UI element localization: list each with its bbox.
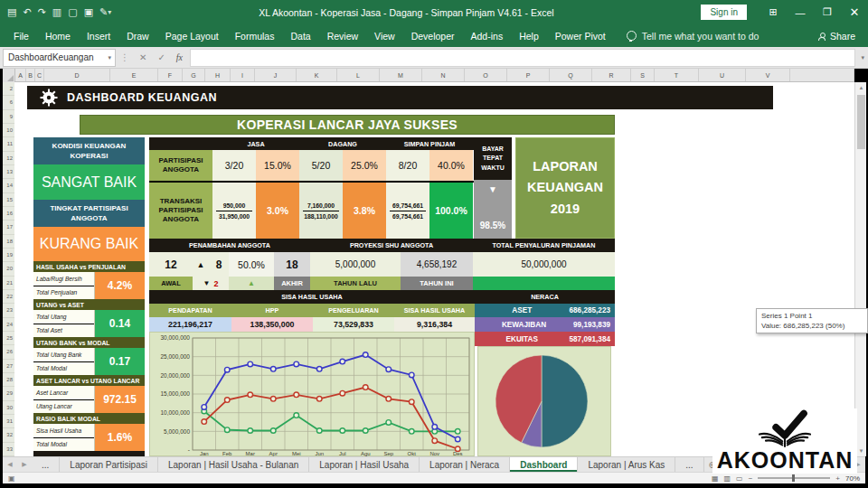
page-layout-view-icon[interactable]: ▥ [724,474,731,483]
neraca-pie-chart[interactable] [477,346,611,456]
sheet-nav-prev-icon[interactable]: ◀ [3,457,17,472]
row-header-14[interactable]: 14 [3,179,14,192]
ribbon-tab-power-pivot[interactable]: Power Pivot [547,31,614,42]
ratio-value-2[interactable]: 0.17 [95,348,145,375]
penyaluran-value[interactable]: 50,000,000 [473,252,615,277]
zoom-slider[interactable] [758,477,830,479]
simpan-transaksi-fraction[interactable]: 69,754,661 69,754,661 [386,183,429,239]
jasa-transaksi-pct[interactable]: 3.0% [256,183,299,239]
page-break-view-icon[interactable]: ▭ [736,474,743,483]
column-header-c[interactable]: C [35,69,44,81]
zoom-in-icon[interactable]: + [835,474,840,483]
formula-input[interactable] [190,49,855,67]
ribbon-tab-help[interactable]: Help [511,31,547,42]
document-icon[interactable]: ▢ [68,6,77,18]
zoom-level[interactable]: 70% [845,474,860,483]
column-header-f[interactable]: F [158,69,183,81]
select-all-corner[interactable] [3,69,15,82]
sheet-tab-laporan-hasil-usaha[interactable]: Laporan | Hasil Usaha [309,457,420,472]
new-sheet-icon[interactable]: ▣ [84,6,93,18]
row-header-21[interactable]: 21 [3,277,14,290]
vertical-scrollbar[interactable]: ▲ ▼ [854,82,866,456]
row-header-11[interactable]: 11 [3,137,14,151]
sheet-tab-laporan-neraca[interactable]: Laporan | Neraca [420,457,510,472]
column-header-v[interactable]: V [746,69,790,81]
row-header-33[interactable]: 33 [3,443,14,456]
row-header-18[interactable]: 18 [3,235,14,249]
column-header-d[interactable]: D [44,69,110,81]
ratio-value-3[interactable]: 972.15 [95,386,145,413]
scroll-up-icon[interactable]: ▲ [855,82,867,93]
name-box[interactable]: DashboardKeuangan ▾ [3,49,116,67]
column-header-h[interactable]: H [205,69,231,81]
normal-view-icon[interactable]: ▦ [712,474,719,483]
tell-me-search[interactable]: Tell me what you want to do [627,31,760,42]
column-header-l[interactable]: L [337,69,380,81]
ribbon-tab-developer[interactable]: Developer [403,31,463,42]
neraca-row-kewajiban[interactable]: KEWAJIBAN 99,193,839 [475,317,615,332]
ribbon-tab-add-ins[interactable]: Add-ins [463,31,512,42]
restore-down-icon[interactable]: ❐ [814,3,841,23]
dagang-transaksi-fraction[interactable]: 7,160,000 188,110,000 [299,183,343,239]
sheet-tab-[interactable]: ... [675,457,703,472]
ribbon-tab-home[interactable]: Home [37,31,79,42]
ribbon-tab-view[interactable]: View [366,31,403,42]
shu-line-chart[interactable]: -5,000,00010,000,00015,000,00020,000,000… [149,332,475,456]
row-header-6[interactable]: 6 [3,96,14,109]
row-header-28[interactable]: 28 [3,373,14,387]
column-header-g[interactable]: G [183,69,205,81]
dagang-ratio-cell[interactable]: 5/20 [299,150,343,181]
close-icon[interactable]: ✕ [841,3,868,23]
tingkat-partisipasi-value[interactable]: KURANG BAIK [33,227,145,261]
ribbon-tab-page-layout[interactable]: Page Layout [157,31,227,42]
row-header-9[interactable]: 9 [3,110,14,124]
row-header-25[interactable]: 25 [3,332,14,345]
pendapatan-value[interactable]: 221,196,217 [149,317,231,332]
column-header-m[interactable]: M [380,69,422,81]
row-header-29[interactable]: 29 [3,387,14,400]
simpan-ratio-cell[interactable]: 8/20 [386,150,429,181]
dagang-transaksi-pct[interactable]: 3.8% [343,183,386,239]
column-header-a[interactable]: A [15,69,26,81]
sheet-tab-laporan-arus-kas[interactable]: Laporan | Arus Kas [578,457,675,472]
row-header-13[interactable]: 13 [3,165,14,179]
sheet-tab-laporan-partisipasi[interactable]: Laporan Partisipasi [60,457,158,472]
ribbon-tab-formulas[interactable]: Formulas [227,31,283,42]
ribbon-tab-file[interactable]: File [5,31,37,42]
ribbon-display-options-icon[interactable]: ⊞ [760,3,787,23]
ribbon-tab-review[interactable]: Review [319,31,366,42]
ratio-value-1[interactable]: 0.14 [95,310,145,337]
insert-function-icon[interactable]: fx [171,52,188,62]
enter-icon[interactable]: ✓ [152,52,170,62]
undo-icon[interactable]: ↶ [23,6,31,18]
sheet-tab-dashboard[interactable]: Dashboard [510,457,578,472]
name-box-caret-icon[interactable]: ▾ [108,54,115,61]
row-header-15[interactable]: 15 [3,193,14,207]
column-header-n[interactable]: N [422,69,465,81]
column-header-r[interactable]: R [592,69,631,81]
row-header-10[interactable]: 10 [3,124,14,137]
dagang-ratio-pct-cell[interactable]: 25.0% [343,150,386,181]
pen-icon[interactable]: ✎ [99,6,108,18]
ratio-value-0[interactable]: 4.2% [95,272,145,299]
column-header-j[interactable]: J [255,69,297,81]
jasa-ratio-cell[interactable]: 3/20 [212,150,256,181]
pengeluaran-value[interactable]: 73,529,833 [313,317,394,332]
jasa-transaksi-fraction[interactable]: 950,000 31,950,000 [212,183,256,239]
row-header-2[interactable]: 2 [3,82,14,96]
jasa-ratio-pct-cell[interactable]: 15.0% [256,150,299,181]
row-header-32[interactable]: 32 [3,428,14,442]
column-header-i[interactable]: I [231,69,255,81]
shu-tahun-ini-value[interactable]: 4,658,192 [401,252,473,277]
row-header-22[interactable]: 22 [3,290,14,304]
row-header-19[interactable]: 19 [3,249,14,262]
shu-tahun-lalu-value[interactable]: 5,000,000 [310,252,401,277]
ribbon-tab-data[interactable]: Data [282,31,318,42]
zoom-slider-thumb[interactable] [792,474,795,482]
sheet-tab-[interactable]: ... [32,457,60,472]
neraca-row-ekuitas[interactable]: EKUITAS 587,091,384 [475,332,615,346]
row-header-30[interactable]: 30 [3,401,14,415]
kondisi-keuangan-value[interactable]: SANGAT BAIK [33,164,145,200]
column-header-e[interactable]: E [110,69,158,81]
pie-slice-aset[interactable] [542,355,588,447]
